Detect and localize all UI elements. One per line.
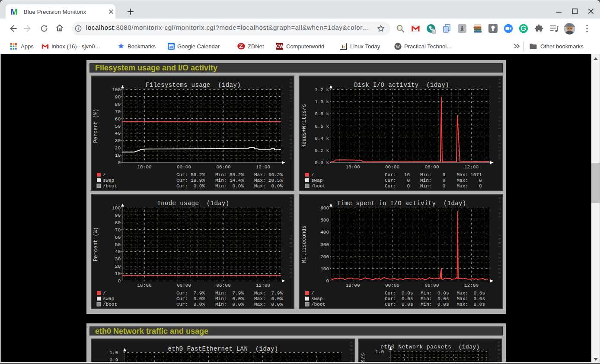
svg-text:/: / (311, 172, 314, 177)
svg-text:56.2%: 56.2% (230, 172, 244, 177)
svg-text:1.0: 1.0 (375, 349, 384, 355)
svg-text:600: 600 (320, 206, 329, 211)
svg-text:Cur:: Cur: (385, 184, 396, 189)
svg-text:Time spent in I/O activity (1: Time spent in I/O activity (1day) (337, 200, 466, 207)
svg-text:200: 200 (320, 254, 329, 260)
svg-text:10: 10 (115, 271, 121, 276)
svg-text:Min:: Min: (215, 172, 227, 177)
svg-text:0.4 k: 0.4 k (315, 136, 329, 141)
svg-text:00:00: 00:00 (177, 283, 191, 288)
svg-text:RRDTOOL / TOBI OETIKER: RRDTOOL / TOBI OETIKER (498, 79, 501, 161)
svg-text:Min:: Min: (215, 296, 227, 301)
svg-text:30: 30 (115, 138, 121, 143)
svg-text:Max:: Max: (254, 291, 265, 296)
svg-text:W: W (396, 44, 400, 49)
svg-text:Disk I/O activity (1day): Disk I/O activity (1day) (354, 82, 449, 89)
svg-text:0.0%: 0.0% (271, 184, 283, 189)
svg-text:90: 90 (115, 95, 121, 100)
svg-text:80: 80 (115, 220, 121, 225)
svg-text:Max:: Max: (457, 296, 468, 301)
svg-text:RRDTOOL / TOBI OETIKER: RRDTOOL / TOBI OETIKER (289, 79, 292, 161)
svg-text:7.9%: 7.9% (233, 291, 244, 296)
svg-text:Min:: Min: (215, 302, 227, 307)
svg-text:RRDTOOL / TOBI OETIKER: RRDTOOL / TOBI OETIKER (289, 197, 292, 279)
svg-text:Percent (%): Percent (%) (93, 109, 99, 143)
svg-text:eth0 Network packets (1day): eth0 Network packets (1day) (380, 344, 480, 350)
svg-text:swap: swap (311, 296, 322, 301)
svg-text:0: 0 (442, 184, 445, 189)
svg-text:Max:: Max: (254, 296, 265, 301)
svg-text:0.0%: 0.0% (194, 302, 205, 307)
svg-text:500: 500 (320, 218, 329, 223)
svg-text:RRDTOOL / TOBI OETIKER: RRDTOOL / TOBI OETIKER (349, 342, 353, 364)
svg-text:0.2 k: 0.2 k (315, 148, 329, 153)
svg-text:Cur:: Cur: (385, 291, 396, 296)
svg-text:Max:: Max: (254, 178, 265, 183)
svg-text:/: / (311, 291, 314, 296)
svg-text:1071: 1071 (470, 172, 482, 177)
svg-text:Reads+Writes/s: Reads+Writes/s (301, 104, 307, 148)
svg-text:20: 20 (115, 264, 121, 269)
svg-text:Max:: Max: (457, 291, 468, 296)
svg-text:0: 0 (407, 184, 410, 189)
svg-text:1.0: 1.0 (109, 350, 118, 355)
svg-text:0.0s: 0.0s (437, 296, 449, 301)
svg-text:Max:: Max: (254, 172, 265, 177)
svg-text:20: 20 (115, 146, 121, 151)
svg-text:Cur:: Cur: (176, 302, 188, 307)
svg-text:300: 300 (320, 242, 329, 247)
svg-text:0: 0 (479, 178, 482, 183)
svg-text:Max:: Max: (254, 302, 265, 307)
svg-text:18.9%: 18.9% (191, 178, 205, 183)
svg-text:RRDTOOL / TOBI OETIKER: RRDTOOL / TOBI OETIKER (498, 197, 501, 279)
svg-text:0.6 k: 0.6 k (315, 124, 329, 129)
svg-text:06:00: 06:00 (216, 165, 230, 170)
svg-text:/boot: /boot (311, 302, 326, 307)
svg-text:Min:: Min: (421, 296, 432, 301)
svg-text:Inode usage (1day): Inode usage (1day) (157, 200, 229, 207)
svg-text:1.2 k: 1.2 k (315, 87, 329, 92)
svg-text:?: ? (433, 29, 435, 34)
svg-text:Cur:: Cur: (385, 296, 396, 301)
svg-text:06:00: 06:00 (216, 283, 230, 288)
svg-text:00:00: 00:00 (177, 165, 191, 170)
svg-text:lt: lt (342, 44, 345, 49)
svg-text:100: 100 (112, 87, 121, 92)
svg-text:/: / (103, 172, 106, 177)
svg-text:30: 30 (115, 256, 121, 262)
svg-text:00:00: 00:00 (385, 165, 399, 170)
svg-text:0.0s: 0.0s (402, 291, 413, 296)
svg-text:Cur:: Cur: (385, 302, 396, 307)
svg-text:Percent (%): Percent (%) (93, 227, 99, 261)
svg-text:12:00: 12:00 (256, 283, 270, 288)
svg-text:Milliseconds: Milliseconds (301, 225, 307, 263)
svg-text:0: 0 (326, 279, 329, 284)
svg-text:Cur:: Cur: (176, 291, 188, 296)
svg-text:0: 0 (479, 184, 482, 189)
svg-text:56.2%: 56.2% (268, 172, 283, 177)
svg-text:Min:: Min: (420, 172, 431, 177)
svg-text:0.0%: 0.0% (194, 184, 205, 189)
svg-text:28: 28 (169, 45, 173, 49)
svg-text:Cur:: Cur: (385, 178, 396, 183)
svg-text:0.0%: 0.0% (233, 184, 244, 189)
svg-text:1.0 k: 1.0 k (315, 99, 329, 104)
svg-text:0: 0 (118, 160, 121, 165)
svg-text:06:00: 06:00 (424, 165, 439, 170)
svg-text:0.6s: 0.6s (474, 291, 485, 296)
svg-text:20.5%: 20.5% (268, 178, 283, 183)
svg-text:Cur:: Cur: (385, 172, 396, 177)
svg-text:0.0s: 0.0s (402, 296, 413, 301)
svg-text:Min:: Min: (420, 178, 431, 183)
svg-text:0.0s: 0.0s (474, 296, 485, 301)
svg-text:0.8 k: 0.8 k (315, 111, 329, 117)
svg-text:Filesystems usage (1day): Filesystems usage (1day) (146, 82, 241, 89)
svg-text:Max:: Max: (457, 302, 468, 307)
svg-text:0.0%: 0.0% (194, 296, 205, 301)
svg-text:0.0s: 0.0s (402, 302, 413, 307)
svg-text:CW: CW (276, 44, 283, 49)
svg-text:70: 70 (115, 109, 121, 114)
svg-text:12:00: 12:00 (464, 165, 479, 170)
svg-text:12:00: 12:00 (256, 165, 270, 170)
svg-text:60: 60 (115, 117, 121, 122)
